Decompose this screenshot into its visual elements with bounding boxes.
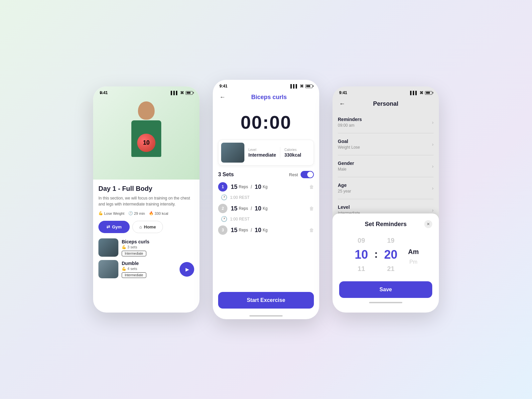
exercise-thumbnail-2 xyxy=(98,260,118,278)
status-bar-1: 9:41 ▌▌▌ ⌘ xyxy=(93,86,200,98)
wifi-icon-2: ⌘ xyxy=(300,84,304,88)
set-details-3: 15 Reps / 10 Kg xyxy=(231,227,306,234)
exercise-sets-2: 💪 4 sets xyxy=(122,267,176,271)
ampm-active: Am xyxy=(408,247,419,257)
back-button-3[interactable]: ← xyxy=(339,100,345,107)
rest-row-2: 🕐 1:00 REST xyxy=(218,216,314,222)
reminder-modal: Set Reminders ✕ 09 10 11 : 19 20 21 xyxy=(332,213,439,313)
set-number-1: 1 xyxy=(218,182,227,192)
exercise-sets-1: 💪 3 sets xyxy=(122,245,194,249)
rest-time-1: 1:00 REST xyxy=(230,195,250,200)
time-colon: : xyxy=(374,248,378,262)
level-title: Level xyxy=(338,204,360,210)
rest-row-1: 🕐 1:00 REST xyxy=(218,194,314,200)
level-badge-1: Intermediate xyxy=(122,251,146,256)
phone-personal: 9:41 ▌▌▌ ⌘ ← Personal Reminders 09:00 am… xyxy=(332,86,439,313)
chevron-icon-level: › xyxy=(432,207,434,213)
set-number-2: 2 xyxy=(218,204,227,213)
level-badge-2: Intermediate xyxy=(122,272,146,278)
rest-toggle-switch[interactable] xyxy=(301,171,314,178)
reminders-sub: 09:00 am xyxy=(338,123,362,128)
rest-time-2: 1:00 REST xyxy=(230,217,250,221)
hour-column[interactable]: 09 10 11 xyxy=(350,235,373,275)
duration-tag: 🕐 29 min xyxy=(128,211,145,215)
exercise-info-2: Dumble 💪 4 sets Intermediate xyxy=(122,261,176,278)
status-bar-3: 9:41 ▌▌▌ ⌘ xyxy=(332,86,439,98)
clock-icon-2: 🕐 xyxy=(221,216,227,222)
personal-item-age[interactable]: Age 25 year › xyxy=(338,177,434,199)
rest-toggle: Rest xyxy=(289,171,314,178)
mode-buttons: ⇄ Gym ⌂ Home xyxy=(98,221,194,233)
rest-label: Rest xyxy=(289,172,298,177)
exercise-info-1: Biceps curls 💪 3 sets Intermediate xyxy=(122,239,194,256)
chevron-icon-gender: › xyxy=(432,164,434,169)
kg-label-3: Kg xyxy=(263,228,268,232)
calories-label: Calories xyxy=(284,148,311,152)
status-time-3: 9:41 xyxy=(339,90,347,95)
reps-num-1: 15 xyxy=(231,184,237,191)
kg-num-1: 10 xyxy=(255,184,261,191)
status-icons-2: ▌▌▌ ⌘ xyxy=(291,84,313,88)
level-label: Level xyxy=(248,148,276,152)
person-body: 10 xyxy=(131,120,161,157)
min-dim-top: 19 xyxy=(387,235,394,246)
gym-button[interactable]: ⇄ Gym xyxy=(98,221,130,233)
phone-exercise: 9:41 ▌▌▌ ⌘ ← Biceps curls 00:00 Level In… xyxy=(213,80,319,319)
chevron-icon-goal: › xyxy=(432,142,434,147)
kg-num-3: 10 xyxy=(255,227,261,234)
exercise-header: ← Biceps curls xyxy=(213,91,319,105)
person-head xyxy=(138,101,155,120)
exercise-thumbnail-1 xyxy=(98,238,118,257)
hour-dim-top: 09 xyxy=(358,235,365,246)
signal-icon: ▌▌▌ xyxy=(171,91,179,95)
signal-icon-2: ▌▌▌ xyxy=(291,84,298,88)
exercise-name-1: Biceps curls xyxy=(122,239,194,244)
minute-column[interactable]: 19 20 21 xyxy=(379,235,402,275)
hour-dim-bottom: 11 xyxy=(358,263,365,275)
exercise-item: Biceps curls 💪 3 sets Intermediate xyxy=(98,238,194,257)
save-reminder-button[interactable]: Save xyxy=(339,281,432,298)
status-icons-3: ▌▌▌ ⌘ xyxy=(410,91,432,95)
back-button-2[interactable]: ← xyxy=(219,94,225,101)
personal-item-gender[interactable]: Gender Male › xyxy=(338,155,434,177)
battery-icon-3 xyxy=(425,91,432,95)
exercise-info-card: Level Intermediate Calories 330kcal xyxy=(218,140,314,166)
delete-set-3[interactable]: 🗑 xyxy=(309,227,314,233)
calories-tag: 🔥 330 kcal xyxy=(149,211,168,215)
home-button[interactable]: ⌂ Home xyxy=(132,221,163,233)
modal-close-button[interactable]: ✕ xyxy=(424,220,432,228)
reps-label-2: Reps xyxy=(239,206,248,211)
calories-value: 330kcal xyxy=(284,152,311,158)
kg-num-2: 10 xyxy=(255,205,261,212)
set-row-1: 1 15 Reps / 10 Kg 🗑 xyxy=(218,182,314,192)
personal-item-reminders[interactable]: Reminders 09:00 am › xyxy=(338,111,434,133)
reminders-title: Reminders xyxy=(338,117,362,122)
exercise-list: Biceps curls 💪 3 sets Intermediate Dumbl… xyxy=(98,238,194,278)
delete-set-2[interactable]: 🗑 xyxy=(309,206,314,211)
timer-display: 00:00 xyxy=(213,105,319,140)
exercise-item-2: Dumble 💪 4 sets Intermediate xyxy=(98,260,194,278)
reps-num-3: 15 xyxy=(231,227,237,234)
delete-set-1[interactable]: 🗑 xyxy=(309,184,314,190)
gender-title: Gender xyxy=(338,161,354,166)
ampm-dim-bottom: Pm xyxy=(409,257,417,267)
sets-header: 3 Sets Rest xyxy=(213,171,319,182)
status-bar-2: 9:41 ▌▌▌ ⌘ xyxy=(213,80,319,91)
slash-3: / xyxy=(251,227,252,233)
play-button[interactable] xyxy=(180,262,194,277)
chevron-icon-reminders: › xyxy=(432,120,434,125)
ampm-column[interactable]: Am Pm xyxy=(405,243,422,267)
set-row-2: 2 15 Reps / 10 Kg 🗑 xyxy=(218,204,314,213)
reps-num-2: 15 xyxy=(231,205,237,212)
clock-icon-1: 🕐 xyxy=(221,194,227,200)
set-details-2: 15 Reps / 10 Kg xyxy=(231,205,306,212)
exercise-card-thumbnail xyxy=(221,143,244,163)
personal-item-goal[interactable]: Goal Weight Lose › xyxy=(338,133,434,155)
status-icons-1: ▌▌▌ ⌘ xyxy=(171,91,193,95)
modal-title: Set Reminders xyxy=(347,221,424,228)
age-sub: 25 year xyxy=(338,189,351,194)
start-exercise-button[interactable]: Start Excercise xyxy=(218,292,314,309)
exercise-name-2: Dumble xyxy=(122,261,176,266)
age-title: Age xyxy=(338,183,351,188)
workout-title: Day 1 - Full Body xyxy=(98,185,194,193)
